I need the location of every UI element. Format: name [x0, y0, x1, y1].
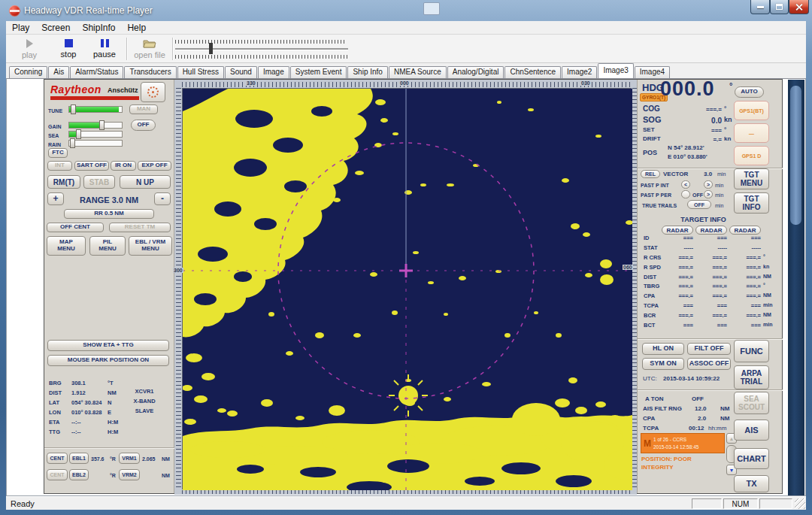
- title-bar[interactable]: Headway VDR Real-time Player: [0, 0, 812, 21]
- scrollbar-thumb[interactable]: [790, 86, 801, 225]
- menu-item[interactable]: Screen: [35, 22, 76, 34]
- vertical-scrollbar[interactable]: [788, 80, 804, 495]
- tgt-menu-button[interactable]: TGTMENU: [734, 168, 769, 189]
- sea-slider[interactable]: [68, 131, 123, 138]
- gain-slider[interactable]: [68, 122, 123, 129]
- filt-button[interactable]: FILT OFF: [687, 343, 731, 355]
- cent1-button[interactable]: CENT: [47, 453, 68, 464]
- tab[interactable]: Sound: [225, 66, 257, 78]
- play-button[interactable]: play: [12, 37, 47, 61]
- hl-button[interactable]: HL ON: [642, 343, 684, 355]
- assoc-button[interactable]: ASSOC OFF: [687, 358, 731, 370]
- alarm-message-box[interactable]: M 1 of 26 - CCRS 2015-03-14 12:58:45: [641, 433, 725, 453]
- toolbar: play stop pause open file: [6, 35, 806, 63]
- tab[interactable]: Ship Info: [347, 66, 387, 78]
- tab[interactable]: Image3: [598, 63, 633, 78]
- func-button[interactable]: FUNC: [734, 340, 769, 362]
- sea-label: SEA: [48, 133, 59, 138]
- stab-button[interactable]: STAB: [83, 175, 115, 189]
- rel-button[interactable]: REL: [641, 170, 660, 178]
- north-up-button[interactable]: N UP: [120, 175, 171, 189]
- vrm2-button[interactable]: VRM2: [119, 469, 140, 480]
- tune-slider[interactable]: [68, 106, 123, 113]
- open-file-button[interactable]: open file: [129, 37, 170, 61]
- tab[interactable]: Image: [258, 66, 289, 78]
- source-dash-button[interactable]: —: [734, 123, 769, 143]
- radar-col3-button[interactable]: RADAR: [729, 226, 761, 235]
- exp-button[interactable]: EXP OFF: [138, 161, 171, 171]
- ebl1-button[interactable]: EBL1: [69, 453, 89, 464]
- tab[interactable]: Alarm/Status: [70, 66, 123, 78]
- true-trails-button[interactable]: OFF: [687, 200, 711, 209]
- chart-button[interactable]: CHART: [734, 448, 769, 469]
- tgt-info-line1: TGT: [744, 195, 759, 203]
- resize-grip[interactable]: [795, 498, 805, 509]
- tab[interactable]: Hull Stress: [177, 66, 224, 78]
- tcpa-limit-label: TCPA: [643, 426, 659, 432]
- auto-button[interactable]: AUTO: [735, 86, 764, 98]
- nav-row-unit: E: [108, 409, 111, 416]
- target-row-label: R SPD: [644, 264, 661, 271]
- target-table-row: CPA ===.= ===.= ===.= NM: [638, 292, 783, 302]
- tgt-info-button[interactable]: TGTINFO: [734, 192, 769, 214]
- int-button[interactable]: INT: [47, 161, 72, 171]
- tab[interactable]: Transducers: [124, 66, 176, 78]
- menu-item[interactable]: Help: [121, 22, 152, 34]
- sea-scout-button[interactable]: SEASCOUT: [734, 392, 769, 414]
- tx-button[interactable]: TX: [734, 475, 769, 492]
- timeline-slider-handle[interactable]: [209, 43, 213, 54]
- range-plus-button[interactable]: +: [47, 192, 64, 205]
- maximize-button[interactable]: [770, 0, 789, 14]
- vrm1-button[interactable]: VRM1: [119, 453, 140, 464]
- gps1-bt-button[interactable]: GPS1(BT): [734, 101, 769, 120]
- pause-button[interactable]: pause: [87, 37, 122, 61]
- off-button[interactable]: OFF: [131, 120, 156, 131]
- radar-col2-button[interactable]: RADAR: [695, 226, 727, 235]
- gps1-d-button[interactable]: GPS1 D: [734, 146, 769, 165]
- antenna-button[interactable]: [141, 82, 165, 102]
- range-rings-button[interactable]: RR 0.5 NM: [64, 209, 154, 219]
- ir-button[interactable]: IR ON: [111, 161, 136, 171]
- tab[interactable]: Analog/Digital: [447, 66, 504, 78]
- cent2-button[interactable]: CENT: [47, 469, 68, 480]
- ftc-button[interactable]: FTC: [48, 148, 68, 158]
- past-pper-inc-button[interactable]: >: [704, 190, 713, 198]
- pil-menu-button[interactable]: PILMENU: [89, 236, 126, 256]
- tab[interactable]: NMEA Source: [389, 66, 447, 78]
- radar-ppi-display[interactable]: [182, 88, 632, 489]
- off-center-button[interactable]: OFF CENT: [47, 223, 104, 232]
- past-pint-dec-button[interactable]: <: [681, 180, 690, 189]
- menu-item[interactable]: Play: [6, 22, 35, 34]
- minimize-button[interactable]: [750, 0, 770, 14]
- tab[interactable]: Image2: [562, 66, 597, 78]
- map-menu-button[interactable]: MAPMENU: [47, 236, 86, 256]
- ais-button[interactable]: AIS: [734, 420, 769, 441]
- ebl-vrm-menu-button[interactable]: EBL / VRMMENU: [129, 236, 172, 256]
- tab[interactable]: ChnSentence: [504, 66, 561, 78]
- radar-col1-button[interactable]: RADAR: [662, 226, 693, 235]
- timeline-slider[interactable]: [175, 48, 348, 50]
- past-pint-inc-button[interactable]: >: [704, 180, 713, 189]
- target-row-value3: ===: [731, 235, 761, 241]
- rain-slider[interactable]: [68, 140, 123, 147]
- arpa-trial-button[interactable]: ARPATRIAL: [734, 365, 769, 389]
- past-pper-dec-button[interactable]: [681, 190, 690, 198]
- sart-button[interactable]: SART OFF: [74, 161, 109, 171]
- target-row-value2: ===.=: [697, 264, 727, 271]
- sym-button[interactable]: SYM ON: [642, 358, 684, 370]
- mouse-park-button[interactable]: MOUSE PARK POSITION ON: [47, 355, 169, 366]
- menu-item[interactable]: ShipInfo: [76, 22, 121, 34]
- man-button[interactable]: MAN: [129, 105, 158, 114]
- range-minus-button[interactable]: -: [154, 192, 171, 205]
- show-eta-button[interactable]: SHOW ETA + TTG: [47, 340, 169, 351]
- tab[interactable]: Image4: [635, 66, 670, 78]
- tab[interactable]: Ais: [48, 66, 69, 78]
- reset-tm-button[interactable]: RESET TM: [109, 223, 171, 232]
- stop-button[interactable]: stop: [51, 37, 86, 61]
- ebl2-button[interactable]: EBL2: [69, 469, 89, 480]
- tab[interactable]: System Event: [290, 66, 347, 78]
- target-row-value1: ===.=: [663, 312, 693, 319]
- tab[interactable]: Conning: [9, 66, 47, 78]
- rm-button[interactable]: RM(T): [47, 175, 80, 189]
- close-button[interactable]: [789, 0, 809, 14]
